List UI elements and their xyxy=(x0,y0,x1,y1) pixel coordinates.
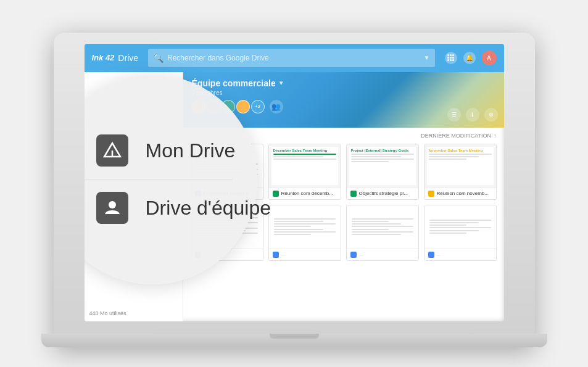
file-slides-icon-2 xyxy=(273,191,279,197)
circle-item-mon-drive[interactable]: ▶ Mon Drive xyxy=(85,134,233,167)
drive-text: Drive xyxy=(118,53,138,63)
file-preview-7 xyxy=(347,205,418,249)
add-member-icon[interactable]: 👥 xyxy=(270,100,283,113)
file-doc-icon-6 xyxy=(273,252,279,258)
circle-mon-drive-label: Mon Drive xyxy=(146,139,236,162)
drive-icon-2 xyxy=(96,192,128,224)
topbar: Ink 42 Drive 🔍 Rechercher dans Google Dr… xyxy=(85,44,504,72)
svg-rect-3 xyxy=(105,214,120,216)
apps-grid xyxy=(447,54,455,62)
laptop-wrapper: Ink 42 Drive 🔍 Rechercher dans Google Dr… xyxy=(54,20,535,347)
file-card-3[interactable]: Project (External) Strategy Goals xyxy=(346,144,419,200)
sort-label: DERNIÈRE MODIFICATION xyxy=(421,133,491,139)
file-slides-icon-4 xyxy=(428,191,434,197)
search-dropdown-icon: ▼ xyxy=(424,54,430,61)
topbar-logo: Ink 42 Drive xyxy=(92,53,139,63)
file-card-4[interactable]: November Sales Team Meeting Réunion com … xyxy=(424,144,497,200)
team-drive-svg xyxy=(102,199,122,216)
team-name: Équipe commerciale ▼ xyxy=(192,78,495,88)
grid-apps-icon[interactable] xyxy=(445,52,457,64)
file-doc-icon-7 xyxy=(350,252,357,258)
file-preview-4: November Sales Team Meeting xyxy=(424,144,496,188)
drive-triangle-svg xyxy=(103,142,122,159)
search-bar[interactable]: 🔍 Rechercher dans Google Drive ▼ xyxy=(148,49,434,67)
member-avatar-4 xyxy=(236,100,250,113)
file-footer-6: ... xyxy=(269,249,341,260)
file-footer-4: Réunion com novemb... xyxy=(424,188,496,199)
file-title-4: November Sales Team Meeting xyxy=(429,149,492,152)
circle-divider xyxy=(85,179,233,179)
team-members-count: 7 membres xyxy=(192,89,495,96)
search-icon: 🔍 xyxy=(153,53,164,63)
circle-item-drive-equipe[interactable]: ▶ Drive d'équipe xyxy=(85,192,233,224)
svg-point-2 xyxy=(109,201,116,208)
notifications-icon[interactable]: 🔔 xyxy=(463,52,476,64)
file-preview-2: December Sales Team Meeting xyxy=(269,144,341,188)
search-placeholder-text: Rechercher dans Google Drive xyxy=(167,54,420,62)
file-name-7: ... xyxy=(359,252,363,257)
laptop-body: Ink 42 Drive 🔍 Rechercher dans Google Dr… xyxy=(54,33,535,347)
logo-text: Ink 42 xyxy=(92,53,115,62)
settings-icon[interactable]: ⚙ xyxy=(484,108,498,122)
info-icon[interactable]: ℹ xyxy=(466,108,479,122)
file-name-2: Réunion com décemb... xyxy=(281,191,334,196)
file-card-8[interactable]: ... xyxy=(424,205,497,261)
screen: Ink 42 Drive 🔍 Rechercher dans Google Dr… xyxy=(85,44,504,321)
file-name-3: Objectifs stratégie pr... xyxy=(359,191,408,196)
file-card-2[interactable]: December Sales Team Meeting Réunion com … xyxy=(268,144,341,200)
user-avatar[interactable]: A xyxy=(482,51,497,65)
file-card-7[interactable]: ... xyxy=(346,205,419,261)
file-name-8: ... xyxy=(437,252,441,257)
laptop-base xyxy=(41,334,547,347)
laptop-notch xyxy=(270,334,319,339)
file-footer-2: Réunion com décemb... xyxy=(269,188,341,199)
file-title-2: December Sales Team Meeting xyxy=(273,149,336,152)
team-header-icons: ☰ ℹ ⚙ xyxy=(447,108,498,122)
list-view-icon[interactable]: ☰ xyxy=(447,108,461,122)
team-dropdown-icon[interactable]: ▼ xyxy=(278,80,284,86)
topbar-icons: 🔔 A xyxy=(445,51,497,65)
sort-arrow: ↑ xyxy=(494,133,497,139)
file-name-6: ... xyxy=(281,252,286,257)
storage-label: 440 Mo utilisés xyxy=(89,310,126,316)
member-avatar-plus: +2 xyxy=(251,100,265,113)
file-card-6[interactable]: ... xyxy=(268,205,341,261)
file-footer-7: ... xyxy=(347,249,418,260)
file-footer-8: ... xyxy=(424,249,496,260)
file-footer-3: Objectifs stratégie pr... xyxy=(347,188,418,199)
team-name-text: Équipe commerciale xyxy=(192,78,276,88)
file-preview-8 xyxy=(424,205,496,249)
drive-icon-1 xyxy=(96,134,128,167)
file-doc-icon-8 xyxy=(428,252,434,258)
file-title-3: Project (External) Strategy Goals xyxy=(351,149,414,152)
file-doc-icon-3 xyxy=(350,191,357,197)
circle-drive-equipe-label: Drive d'équipe xyxy=(146,197,271,220)
file-preview-6 xyxy=(269,205,341,249)
file-preview-3: Project (External) Strategy Goals xyxy=(347,144,418,188)
file-name-4: Réunion com novemb... xyxy=(437,191,489,196)
